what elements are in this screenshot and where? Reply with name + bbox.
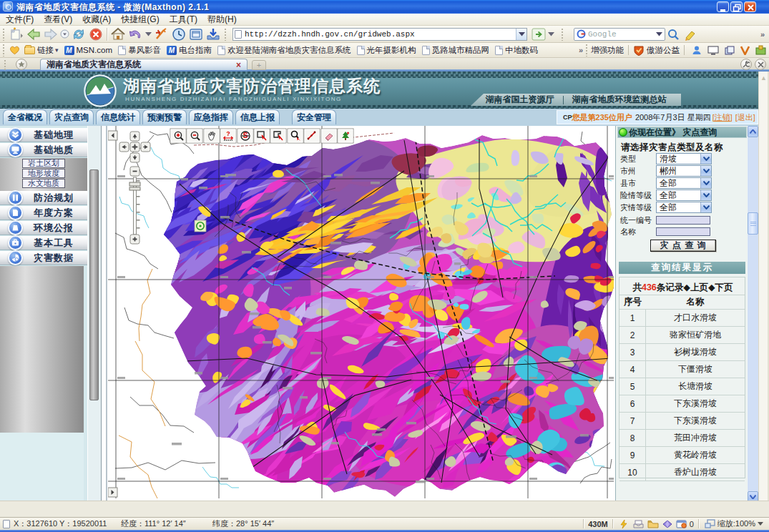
nav-tab-3[interactable]: 预测预警 bbox=[142, 109, 187, 124]
pan-center-button[interactable] bbox=[130, 142, 139, 152]
link-item-3[interactable]: M电台指南 bbox=[167, 45, 212, 56]
geological-map[interactable]: ?S bbox=[108, 126, 614, 498]
menu-item-2[interactable]: 收藏(A) bbox=[82, 14, 111, 26]
link-item-7[interactable]: 中地数码 bbox=[495, 45, 538, 56]
toolbar-overflow-chevron[interactable]: » bbox=[760, 30, 765, 39]
windows-button[interactable] bbox=[187, 26, 205, 42]
sidebar-subitem-2[interactable]: 水文地质 bbox=[22, 179, 65, 188]
undo-button[interactable] bbox=[127, 26, 144, 42]
zoom-minus-button[interactable] bbox=[130, 167, 139, 176]
select-0[interactable]: 滑坡 bbox=[656, 153, 712, 164]
undo-dropdown-button[interactable] bbox=[144, 26, 153, 42]
result-row[interactable]: 4 下僵滑坡 bbox=[619, 361, 745, 378]
banner-link-monitor-station[interactable]: 湖南省地质环境监测总站 bbox=[572, 94, 667, 106]
zoom-level[interactable]: 缩放:100% bbox=[717, 518, 755, 529]
highlight-button[interactable] bbox=[682, 26, 700, 42]
measure-tool[interactable]: ? bbox=[220, 129, 236, 143]
next-page-link[interactable]: ◆下页 bbox=[708, 282, 733, 292]
eraser-tool[interactable] bbox=[321, 129, 337, 143]
result-row[interactable]: 8 荒田冲滑坡 bbox=[619, 430, 745, 447]
text-input-0[interactable] bbox=[656, 216, 710, 225]
link-item-6[interactable]: 觅路城市精品网 bbox=[422, 45, 490, 56]
sidebar-item-5[interactable]: 基本工具 bbox=[0, 236, 87, 250]
sidebar-scrollbar-thumb[interactable] bbox=[89, 169, 99, 400]
address-dropdown-button[interactable] bbox=[516, 29, 526, 40]
new-tab-button[interactable] bbox=[8, 26, 25, 42]
browser-scrollbar[interactable]: ▲ ▼ bbox=[758, 72, 768, 514]
link-item-4[interactable]: 欢迎登陆湖南省地质灾害信息系统 bbox=[217, 45, 351, 56]
nav-tab-6[interactable]: 安全管理 bbox=[292, 109, 336, 124]
zoom-dropdown-icon[interactable] bbox=[758, 522, 763, 526]
history-dropdown-button[interactable] bbox=[59, 26, 70, 42]
result-row[interactable]: 6 下东溪滑坡 bbox=[619, 395, 745, 413]
link-item-0[interactable]: 链接▾ bbox=[24, 45, 59, 56]
popup-blocker-icon[interactable] bbox=[676, 519, 687, 528]
select-2[interactable]: 全部 bbox=[656, 177, 712, 189]
pan-right-button[interactable] bbox=[141, 142, 150, 152]
link-item-2[interactable]: 暴风影音 bbox=[118, 45, 161, 56]
menu-item-3[interactable]: 快捷组(G) bbox=[121, 14, 159, 26]
draw-tool[interactable] bbox=[304, 129, 320, 143]
sidebar-item-3[interactable]: 年度方案 bbox=[0, 206, 87, 220]
nav-tab-2[interactable]: 信息统计 bbox=[96, 109, 140, 124]
link-item-1[interactable]: MMSN.com bbox=[64, 46, 112, 55]
links-overflow-chevron[interactable]: » bbox=[579, 46, 583, 54]
panel-scroll-up-button[interactable] bbox=[748, 126, 758, 137]
query-submit-button[interactable]: 灾 点 查 询 bbox=[650, 240, 716, 252]
sidebar-item-2[interactable]: 防治规划 bbox=[0, 191, 87, 205]
magic-tools-button[interactable] bbox=[153, 26, 170, 42]
menu-item-5[interactable]: 帮助(H) bbox=[207, 14, 237, 26]
clock-button[interactable] bbox=[170, 26, 187, 42]
panel-scrollbar[interactable] bbox=[748, 126, 758, 503]
sidebar-item-1[interactable]: 基础地质 bbox=[0, 143, 87, 157]
search-box[interactable]: Google bbox=[574, 28, 665, 41]
pan-tool[interactable] bbox=[204, 129, 220, 143]
select-box-tool[interactable] bbox=[254, 129, 270, 143]
select-3[interactable]: 全部 bbox=[656, 189, 712, 201]
maxthon-charity-button[interactable]: 傲游公益 bbox=[647, 45, 680, 56]
stop-button[interactable] bbox=[87, 26, 104, 42]
monitor-icon[interactable] bbox=[707, 46, 719, 55]
nav-tab-0[interactable]: 全省概况 bbox=[3, 109, 47, 124]
new-tab-ghost-button[interactable]: + bbox=[252, 60, 266, 70]
result-row[interactable]: 3 衫树垅滑坡 bbox=[619, 344, 745, 361]
link-item-5[interactable]: 光年摄影机构 bbox=[357, 45, 416, 56]
chevron-down-icon[interactable] bbox=[700, 166, 711, 176]
nav-tab-1[interactable]: 灾点查询 bbox=[49, 109, 94, 124]
select-1[interactable]: 郴州 bbox=[656, 165, 712, 177]
prev-page-link[interactable]: ◆上页 bbox=[683, 282, 708, 292]
result-row[interactable]: 2 骆家恒矿滑地 bbox=[619, 327, 745, 344]
legend-tool[interactable] bbox=[338, 129, 353, 143]
home-button[interactable] bbox=[109, 26, 127, 42]
sidebar-item-4[interactable]: 环境公报 bbox=[0, 221, 87, 235]
v-badge-icon[interactable] bbox=[740, 46, 750, 55]
back-button[interactable] bbox=[25, 26, 42, 42]
result-row[interactable]: 5 长塘滑坡 bbox=[619, 378, 745, 395]
result-row[interactable]: 1 才口水滑坡 bbox=[619, 310, 745, 327]
forward-button[interactable] bbox=[42, 26, 59, 42]
zoom-box-tool[interactable] bbox=[288, 129, 303, 143]
plugin-button[interactable]: 增强功能 bbox=[591, 45, 624, 56]
go-dropdown-button[interactable] bbox=[547, 26, 555, 42]
tab-list-close-button[interactable] bbox=[755, 59, 766, 70]
tab-active[interactable]: 湖南省地质灾害信息系统 × bbox=[40, 59, 248, 70]
banner-link-land-resources[interactable]: 湖南省国土资源厅 bbox=[486, 94, 554, 106]
pan-left-button[interactable] bbox=[119, 142, 129, 152]
window-title-bar[interactable]: 湖南省地质灾害信息系统 - 傲游(Maxthon) 2.1.1 bbox=[0, 0, 769, 14]
close-button[interactable] bbox=[744, 1, 756, 12]
logout-link[interactable]: [注销] bbox=[712, 112, 733, 123]
nav-tab-5[interactable]: 信息上报 bbox=[235, 109, 280, 124]
result-row[interactable]: 10 香炉山滑坡 bbox=[619, 464, 745, 481]
result-row[interactable]: 9 黄花岭滑坡 bbox=[619, 447, 745, 464]
download-button[interactable] bbox=[205, 26, 222, 42]
clear-selection-tool[interactable]: S bbox=[237, 129, 253, 143]
search-go-button[interactable] bbox=[665, 26, 682, 42]
refresh-button[interactable] bbox=[70, 26, 87, 42]
menu-item-1[interactable]: 查看(V) bbox=[44, 14, 72, 26]
restore-button[interactable] bbox=[730, 1, 743, 12]
sidebar-item-6[interactable]: 灾害数据 bbox=[0, 251, 87, 265]
sidebar-subitem-0[interactable]: 岩土区划 bbox=[22, 159, 65, 168]
user-icon[interactable] bbox=[692, 45, 702, 55]
result-row[interactable]: 7 下东溪滑坡 bbox=[619, 413, 745, 430]
folder-icon[interactable] bbox=[647, 520, 659, 528]
